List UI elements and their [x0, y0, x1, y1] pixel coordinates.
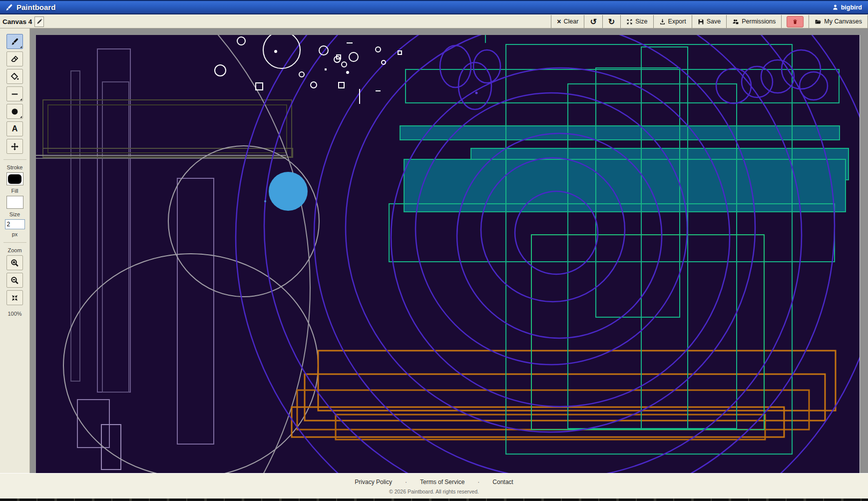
stroke-color-swatch [8, 174, 21, 184]
line-icon [10, 90, 19, 98]
copyright-text: © 2026 Paintboard. All rights reserved. [0, 489, 868, 495]
sidebar-divider [3, 242, 26, 243]
undo-icon: ↺ [590, 17, 596, 26]
delete-canvas-button[interactable] [787, 16, 804, 27]
expand-arrows-icon [626, 18, 633, 25]
brush-icon [10, 37, 19, 46]
sidebar-divider [3, 159, 26, 160]
move-arrows-icon [10, 142, 19, 151]
fill-color-picker[interactable] [6, 196, 23, 209]
my-canvases-button[interactable]: My Canvases [809, 15, 868, 27]
save-button[interactable]: Save [692, 15, 727, 27]
footer-separator: · [477, 479, 479, 486]
contact-link[interactable]: Contact [492, 479, 513, 486]
tool-line[interactable] [6, 86, 23, 101]
paintbrush-logo-icon [5, 3, 13, 11]
page-footer: Privacy Policy · Terms of Service · Cont… [0, 473, 868, 499]
canvas-title: Canvas 4 [2, 18, 32, 25]
zoom-level: 100% [7, 311, 21, 317]
canvas-container [30, 28, 868, 473]
text-tool-icon: A [12, 124, 18, 133]
tool-brush[interactable] [6, 34, 23, 49]
rename-canvas-button[interactable] [34, 16, 44, 27]
zoom-fit-button[interactable] [6, 290, 23, 305]
size-unit-label: px [12, 231, 18, 237]
footer-separator: · [405, 479, 407, 486]
circle-icon [10, 107, 19, 116]
export-button[interactable]: Export [654, 15, 692, 27]
stroke-color-picker[interactable] [6, 172, 23, 185]
zoom-label: Zoom [7, 247, 21, 253]
stroke-label: Stroke [7, 164, 23, 170]
stroke-size-input[interactable] [5, 219, 25, 229]
redo-icon: ↻ [608, 17, 615, 26]
paint-bucket-icon [10, 72, 19, 81]
username: bigbird [841, 4, 862, 11]
tool-text[interactable]: A [6, 121, 23, 136]
fill-label: Fill [11, 188, 18, 194]
user-icon [832, 4, 839, 10]
app-title: Paintboard [16, 3, 55, 11]
resize-canvas-button[interactable]: Size [621, 15, 653, 27]
folder-icon [815, 18, 822, 25]
tool-fill[interactable] [6, 69, 23, 84]
drawing-canvas[interactable] [36, 35, 860, 473]
download-icon [659, 18, 666, 25]
users-lock-icon [732, 18, 739, 25]
zoom-in-button[interactable] [6, 255, 23, 270]
size-label: Size [9, 211, 20, 217]
fill-color-swatch [8, 198, 21, 207]
permissions-button[interactable]: Permissions [727, 15, 781, 27]
zoom-in-icon [10, 259, 19, 267]
zoom-out-icon [10, 276, 19, 285]
tool-eraser[interactable] [6, 51, 23, 66]
bottom-taskbar-strip [0, 499, 868, 501]
tool-move[interactable] [6, 139, 23, 154]
trash-icon [792, 18, 798, 25]
zoom-out-button[interactable] [6, 273, 23, 288]
eraser-icon [10, 55, 19, 63]
app-header: Paintboard bigbird [0, 0, 868, 14]
redo-button[interactable]: ↻ [603, 15, 620, 27]
toolbar-separator [781, 15, 782, 28]
clear-x-icon: × [557, 17, 561, 25]
undo-button[interactable]: ↺ [584, 15, 602, 27]
floppy-disk-icon [698, 18, 704, 25]
clear-button[interactable]: × Clear [551, 15, 584, 27]
compress-arrows-icon [11, 294, 18, 302]
tool-sidebar: A Stroke Fill Size px Zoom [0, 28, 30, 473]
terms-of-service-link[interactable]: Terms of Service [420, 479, 464, 486]
user-menu[interactable]: bigbird [832, 4, 868, 11]
privacy-policy-link[interactable]: Privacy Policy [355, 479, 392, 486]
tool-ellipse[interactable] [6, 104, 23, 119]
canvas-toolbar: Canvas 4 × Clear ↺ ↻ Size [0, 14, 868, 28]
pencil-icon [36, 18, 42, 25]
